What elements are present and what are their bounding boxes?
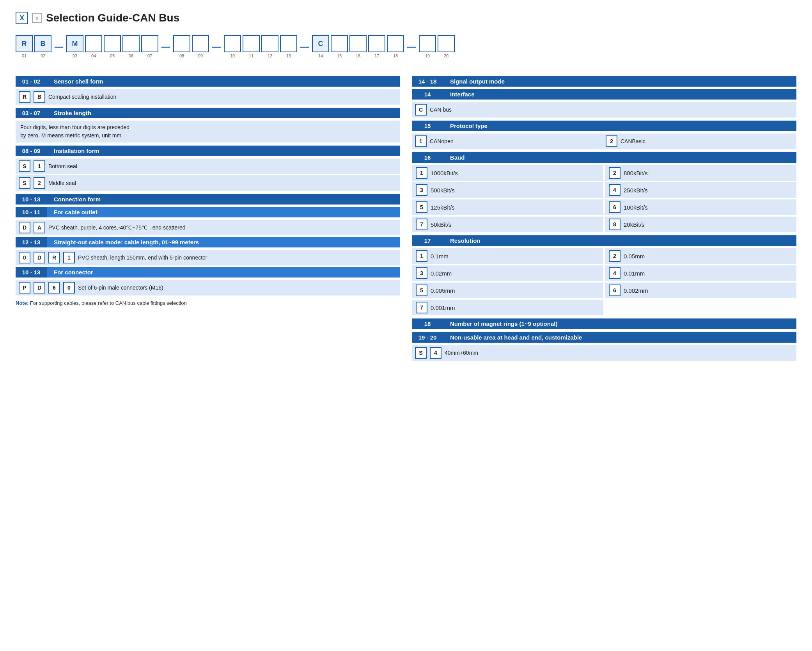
pos-cell-17 (368, 35, 385, 52)
code-baud-5: 5 (416, 201, 427, 213)
text-pvc-150mm: PVC sheath, length 150mm, end with 5-pin… (78, 254, 397, 261)
code-res-1: 1 (416, 250, 427, 262)
section-0307-num: 03 - 07 (16, 108, 47, 118)
pos-18: 18 (387, 35, 404, 58)
position-row: R 01 B 02 — M 03 04 05 06 07 — 08 09 — (16, 35, 796, 58)
pos-cell-04 (85, 35, 102, 52)
text-compact-sealing: Compact sealing installation (48, 94, 397, 100)
res-empty (605, 300, 796, 315)
section-1011-label: For cable outlet (47, 207, 400, 217)
section-1013-header: 10 - 13 Connection form (16, 194, 400, 205)
section-1213-label: Straight-out cable mode: cable length, 0… (47, 237, 400, 247)
row-can-bus: C CAN bus (412, 102, 796, 117)
section-17-num: 17 (412, 235, 443, 246)
section-1920-label: Non-usable area at head and end, customi… (443, 332, 796, 343)
text-can-bus: CAN bus (430, 107, 793, 113)
dash-3: — (211, 42, 222, 52)
text-baud-3: 500kBit/s (431, 187, 455, 194)
section-16-label: Baud (443, 152, 796, 163)
dash-2: — (160, 42, 172, 52)
dash-5: — (406, 42, 417, 52)
code-6: 6 (48, 282, 60, 293)
section-1011-header: 10 - 11 For cable outlet (16, 207, 400, 217)
section-connector-num: 10 - 13 (16, 267, 47, 277)
code-baud-4: 4 (609, 184, 621, 196)
code-2: 2 (34, 177, 45, 189)
code-R: R (48, 252, 60, 263)
text-baud-2: 800kBit/s (624, 170, 648, 176)
section-0809-label: Installation form (47, 146, 400, 156)
section-connector-label: For connector (47, 267, 400, 277)
pos-cell-05 (104, 35, 121, 52)
pos-19: 19 (419, 35, 436, 58)
code-baud-2: 2 (609, 167, 621, 179)
text-40mm: 40mm+60mm (445, 350, 793, 356)
code-baud-7: 7 (416, 219, 427, 230)
main-content: 01 - 02 Sensor shell form R B Compact se… (16, 71, 796, 362)
code-baud-6: 6 (609, 201, 621, 213)
section-18-header: 18 Number of magnet rings (1~9 optional) (412, 318, 796, 329)
text-canopen: CANopen (430, 138, 603, 144)
title-row: X x Selection Guide-CAN Bus (16, 12, 796, 24)
row-s1: S 1 Bottom seal (16, 158, 400, 174)
res-1: 1 0.1mm (412, 248, 603, 264)
section-14-label: Interface (443, 89, 796, 100)
text-middle-seal: Middle seal (48, 180, 397, 186)
code-D: D (19, 222, 30, 233)
pos-14: C 14 (312, 35, 329, 58)
section-0809-header: 08 - 09 Installation form (16, 146, 400, 156)
res-3: 3 0.02mm (412, 265, 603, 281)
text-res-5: 0.005mm (431, 287, 455, 294)
text-pvc-purple: PVC sheath, purple, 4 cores,-40℃~75℃ , e… (48, 224, 397, 231)
section-1418-label: Signal output mode (443, 76, 796, 87)
code-res-6: 6 (609, 285, 621, 296)
text-bottom-seal: Bottom seal (48, 163, 397, 169)
pos-16: 16 (349, 35, 367, 58)
row-s2: S 2 Middle seal (16, 175, 400, 191)
pos-08: 08 (173, 35, 190, 58)
section-1011-num: 10 - 11 (16, 207, 47, 217)
section-0102-header: 01 - 02 Sensor shell form (16, 76, 400, 87)
right-column: 14 - 18 Signal output mode 14 Interface … (412, 71, 796, 362)
pos-cell-10 (224, 35, 241, 52)
section-1418-header: 14 - 18 Signal output mode (412, 76, 796, 87)
res-5: 5 0.005mm (412, 283, 603, 298)
baud-1: 1 1000kBit/s (412, 165, 603, 181)
section-16-num: 16 (412, 152, 443, 163)
pos-20: 20 (438, 35, 455, 58)
code-baud-3: 3 (416, 184, 427, 196)
pos-cell-15 (331, 35, 348, 52)
row-rb: R B Compact sealing installation (16, 89, 400, 105)
pos-04: 04 (85, 35, 102, 58)
section-15-num: 15 (412, 121, 443, 131)
baud-5: 5 125kBit/s (412, 199, 603, 215)
pos-cell-01: R (16, 35, 33, 52)
code-res-7: 7 (416, 302, 427, 313)
code-D3: D (34, 282, 45, 293)
pos-06: 06 (122, 35, 140, 58)
x-box-outline: x (32, 13, 42, 23)
pos-12: 12 (261, 35, 278, 58)
pos-15: 15 (331, 35, 348, 58)
pos-cell-12 (261, 35, 278, 52)
baud-2: 2 800kBit/s (605, 165, 796, 181)
row-protocol: 1 CANopen 2 CANBasic (412, 133, 796, 149)
code-D2: D (34, 252, 45, 263)
text-baud-6: 100kBit/s (624, 204, 648, 211)
baud-7: 7 50kBit/s (412, 217, 603, 232)
text-res-4: 0.01mm (624, 270, 645, 277)
code-res-3: 3 (416, 267, 427, 279)
pos-01: R 01 (16, 35, 33, 58)
code-S4a: S (415, 347, 427, 359)
code-P: P (19, 282, 30, 293)
dash-4: — (299, 42, 310, 52)
pos-cell-08 (173, 35, 190, 52)
section-16-header: 16 Baud (412, 152, 796, 163)
code-S-1a: S (19, 160, 30, 172)
code-proto-1: 1 (415, 135, 427, 147)
section-15-label: Protocol type (443, 121, 796, 131)
pos-cell-13 (280, 35, 297, 52)
note-block: Note: For supporting cables, please refe… (16, 299, 400, 307)
section-14-num: 14 (412, 89, 443, 100)
section-1920-header: 19 - 20 Non-usable area at head and end,… (412, 332, 796, 343)
